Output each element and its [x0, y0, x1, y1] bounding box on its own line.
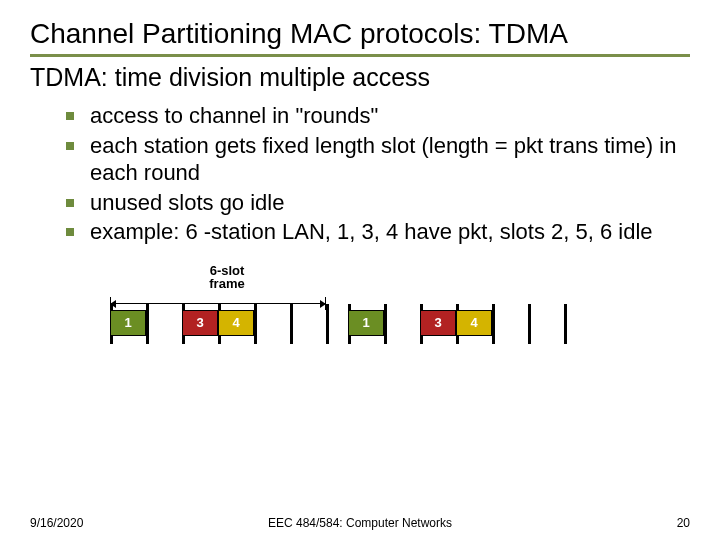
slot-tick: [146, 304, 149, 344]
bullet-item: unused slots go idle: [66, 189, 690, 217]
tdma-diagram: 6-slot frame 134134: [30, 264, 690, 354]
slot-tick: [384, 304, 387, 344]
bullet-item: example: 6 -station LAN, 1, 3, 4 have pk…: [66, 218, 690, 246]
slot-tick: [564, 304, 567, 344]
slot-tick: [254, 304, 257, 344]
slide-title: Channel Partitioning MAC protocols: TDMA: [30, 18, 690, 57]
slot-tick: [326, 304, 329, 344]
slot-1: 1: [110, 310, 146, 336]
slot-1: 1: [348, 310, 384, 336]
slide-subtitle: TDMA: time division multiple access: [30, 63, 690, 92]
footer-course: EEC 484/584: Computer Networks: [30, 516, 690, 530]
frame-label-line2: frame: [209, 276, 244, 291]
bullet-item: each station gets fixed length slot (len…: [66, 132, 690, 187]
slot-3: 3: [420, 310, 456, 336]
bullet-item: access to channel in "rounds": [66, 102, 690, 130]
slot-tick: [290, 304, 293, 344]
slide-footer: 9/16/2020 EEC 484/584: Computer Networks…: [30, 516, 690, 530]
slot-4: 4: [218, 310, 254, 336]
slot-tick: [528, 304, 531, 344]
slot-4: 4: [456, 310, 492, 336]
slot-tick: [492, 304, 495, 344]
slot-3: 3: [182, 310, 218, 336]
bullet-list: access to channel in "rounds" each stati…: [30, 102, 690, 246]
frame-label: 6-slot frame: [202, 264, 252, 291]
